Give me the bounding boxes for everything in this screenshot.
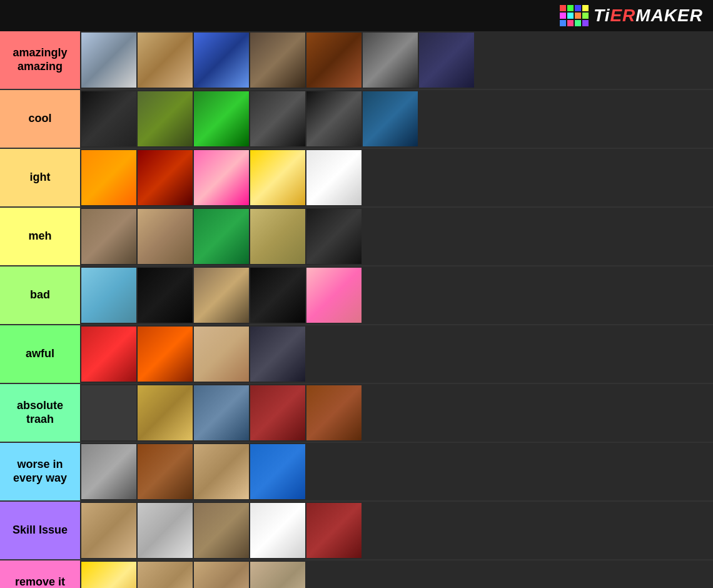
tier-item[interactable] <box>194 268 249 323</box>
tier-item[interactable] <box>306 268 362 323</box>
tier-item[interactable] <box>194 562 249 588</box>
tier-label-remove: remove it now <box>0 560 80 588</box>
logo-cell <box>582 13 589 19</box>
item-image-dog-cat <box>250 562 305 588</box>
tier-item[interactable] <box>81 503 136 558</box>
tier-item[interactable] <box>250 209 305 264</box>
tier-item[interactable] <box>250 327 305 382</box>
tier-item[interactable] <box>138 562 193 588</box>
tier-item[interactable] <box>81 209 136 264</box>
tier-label-cool: cool <box>0 90 80 148</box>
item-image-cow <box>306 268 362 323</box>
item-image-among-us <box>81 327 136 382</box>
tier-item[interactable] <box>138 444 193 499</box>
item-image-trudeau <box>81 503 136 558</box>
tier-item[interactable] <box>250 91 305 146</box>
tier-row-bad: bad <box>0 266 713 325</box>
logo-cell <box>575 20 581 26</box>
tier-item[interactable] <box>138 385 193 440</box>
item-image-actor-old <box>250 33 305 88</box>
tier-item[interactable] <box>306 91 362 146</box>
tier-row-skill: Skill Issue <box>0 502 713 560</box>
tier-item[interactable] <box>81 562 136 588</box>
tier-item[interactable] <box>306 503 362 558</box>
tier-items-worse <box>80 443 713 500</box>
tier-item[interactable] <box>250 33 305 88</box>
tier-item[interactable] <box>250 562 305 588</box>
tier-item[interactable] <box>250 268 305 323</box>
tier-item[interactable] <box>363 91 418 146</box>
tier-item[interactable] <box>194 327 249 382</box>
item-image-gabe-newell <box>138 209 193 264</box>
logo-cell <box>582 5 589 11</box>
logo-cell <box>575 13 581 19</box>
header: TiERMAKER <box>0 0 713 31</box>
logo-cell <box>560 13 566 19</box>
tier-item[interactable] <box>194 91 249 146</box>
tier-item[interactable] <box>81 385 136 440</box>
tier-item[interactable] <box>138 327 193 382</box>
item-image-superhero <box>194 33 249 88</box>
tier-label-bad: bad <box>0 266 80 324</box>
item-image-the-rock <box>363 33 418 88</box>
tier-item[interactable] <box>138 33 193 88</box>
item-image-monster <box>306 33 362 88</box>
tier-label-awful: awful <box>0 325 80 383</box>
tier-item[interactable] <box>194 444 249 499</box>
tier-item[interactable] <box>250 503 305 558</box>
item-image-smile-guy <box>194 562 249 588</box>
tier-item[interactable] <box>306 33 362 88</box>
item-image-bane <box>250 91 305 146</box>
item-image-naruto <box>81 150 136 205</box>
tier-item[interactable] <box>194 33 249 88</box>
tier-item[interactable] <box>81 268 136 323</box>
item-image-skull <box>250 209 305 264</box>
logo-text: TiERMAKER <box>594 6 703 26</box>
tier-item[interactable] <box>81 91 136 146</box>
tier-items-bad <box>80 266 713 324</box>
tier-item[interactable] <box>250 385 305 440</box>
tier-item[interactable] <box>138 91 193 146</box>
tier-item[interactable] <box>194 503 249 558</box>
tier-item[interactable] <box>194 385 249 440</box>
logo-grid-icon <box>560 5 589 26</box>
tier-items-amazingly <box>80 31 713 89</box>
tier-row-ight: ight <box>0 149 713 208</box>
tier-label-worse: worse in every way <box>0 443 80 500</box>
tier-items-remove <box>80 560 713 588</box>
tier-item[interactable] <box>306 209 362 264</box>
tier-item[interactable] <box>81 33 136 88</box>
item-image-troll-face <box>306 150 362 205</box>
item-image-fat-man <box>194 444 249 499</box>
tier-item[interactable] <box>306 385 362 440</box>
tier-item[interactable] <box>250 150 305 205</box>
tier-item[interactable] <box>250 444 305 499</box>
tier-item[interactable] <box>138 503 193 558</box>
tier-item[interactable] <box>81 150 136 205</box>
tier-item[interactable] <box>81 327 136 382</box>
tier-item[interactable] <box>81 444 136 499</box>
tier-item[interactable] <box>194 209 249 264</box>
tier-item[interactable] <box>306 150 362 205</box>
logo-cell <box>560 5 566 11</box>
tier-items-ight <box>80 149 713 206</box>
item-image-animal-char <box>194 503 249 558</box>
tier-item[interactable] <box>138 209 193 264</box>
item-image-patrick <box>194 150 249 205</box>
item-image-red-spy1 <box>250 385 305 440</box>
tier-item[interactable] <box>138 150 193 205</box>
tier-item[interactable] <box>419 33 474 88</box>
item-image-cowboy <box>138 385 193 440</box>
tier-label-meh: meh <box>0 208 80 265</box>
item-image-cat-screaming <box>194 327 249 382</box>
tier-item[interactable] <box>363 33 418 88</box>
tier-label-absolute: absolute traah <box>0 384 80 442</box>
item-image-spy-tf2 <box>250 327 305 382</box>
tier-item[interactable] <box>194 150 249 205</box>
item-image-walrus <box>81 33 136 88</box>
item-image-cool-guy <box>138 91 193 146</box>
tier-item[interactable] <box>138 268 193 323</box>
item-image-nerd-emoji <box>81 562 136 588</box>
item-image-homelander <box>81 444 136 499</box>
tier-label-ight: ight <box>0 149 80 206</box>
